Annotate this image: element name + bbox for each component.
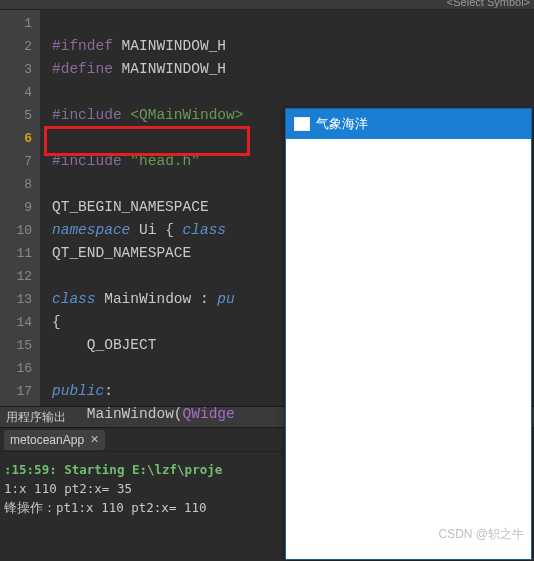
preprocessor: #include — [52, 153, 130, 169]
line-number: 10 — [0, 219, 32, 242]
preprocessor: #ifndef — [52, 38, 113, 54]
line-number: 12 — [0, 265, 32, 288]
line-number: 2 — [0, 35, 32, 58]
macro-call: QT_BEGIN_NAMESPACE — [52, 199, 209, 215]
line-number: 16 — [0, 357, 32, 380]
app-icon — [294, 117, 310, 131]
line-number: 11 — [0, 242, 32, 265]
line-number: 13 — [0, 288, 32, 311]
keyword-public: pu — [217, 291, 234, 307]
keyword-class: class — [183, 222, 227, 238]
keyword-public: public — [52, 383, 104, 399]
app-body[interactable] — [286, 139, 531, 559]
paren: ( — [174, 406, 183, 422]
line-number-active: 6 — [0, 127, 32, 150]
colon: : — [200, 291, 217, 307]
tab-label: metoceanApp — [10, 433, 84, 447]
colon: : — [104, 383, 113, 399]
line-number: 5 — [0, 104, 32, 127]
line-number: 4 — [0, 81, 32, 104]
macro-call: Q_OBJECT — [52, 337, 156, 353]
include-path: "head.h" — [130, 153, 200, 169]
close-icon[interactable]: ✕ — [90, 433, 99, 446]
line-number: 9 — [0, 196, 32, 219]
editor-top-bar: <Select Symbol> — [0, 0, 534, 10]
symbol-selector[interactable]: <Select Symbol> — [447, 0, 530, 8]
line-number: 3 — [0, 58, 32, 81]
macro-name: MAINWINDOW_H — [113, 61, 226, 77]
namespace-name: Ui — [130, 222, 165, 238]
watermark: CSDN @轵之牛 — [438, 526, 524, 543]
preprocessor: #include — [52, 107, 130, 123]
include-path: <QMainWindow> — [130, 107, 243, 123]
line-number: 1 — [0, 12, 32, 35]
keyword-namespace: namespace — [52, 222, 130, 238]
preprocessor: #define — [52, 61, 113, 77]
line-number: 15 — [0, 334, 32, 357]
app-titlebar[interactable]: 气象海洋 — [286, 109, 531, 139]
brace: { — [52, 314, 61, 330]
line-number: 14 — [0, 311, 32, 334]
line-number: 8 — [0, 173, 32, 196]
app-window[interactable]: 气象海洋 — [285, 108, 532, 560]
macro-name: MAINWINDOW_H — [113, 38, 226, 54]
type-name: QWidge — [183, 406, 235, 422]
macro-call: QT_END_NAMESPACE — [52, 245, 191, 261]
brace: { — [165, 222, 182, 238]
app-title: 气象海洋 — [316, 115, 368, 133]
indent — [52, 406, 87, 422]
keyword-class: class — [52, 291, 96, 307]
constructor-name: MainWindow — [87, 406, 174, 422]
class-name: MainWindow — [96, 291, 200, 307]
line-gutter: 1 2 3 4 5 6 7 8 9 10 11 12 13 14 15 16 1… — [0, 10, 40, 406]
line-number: 7 — [0, 150, 32, 173]
line-number: 17 — [0, 380, 32, 403]
